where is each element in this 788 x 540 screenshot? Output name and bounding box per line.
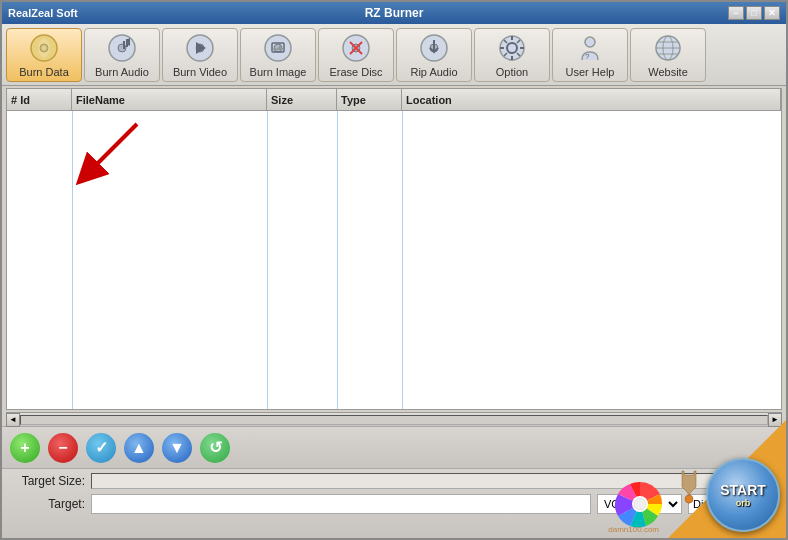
scrollbar-area: ◄ ►	[6, 412, 782, 426]
file-list-body	[7, 111, 781, 409]
rip-audio-icon	[418, 32, 450, 64]
burn-image-label: Burn Image	[250, 66, 307, 78]
start-button[interactable]: START orb	[706, 458, 780, 532]
col-divider-2	[267, 111, 268, 409]
burn-audio-button[interactable]: Burn Audio	[84, 28, 160, 82]
start-label: START	[720, 482, 766, 498]
close-button[interactable]: ✕	[764, 6, 780, 20]
user-help-icon: ?	[574, 32, 606, 64]
file-list-header: # Id FileName Size Type Location	[7, 89, 781, 111]
burn-audio-icon	[106, 32, 138, 64]
start-sub: orb	[736, 498, 751, 508]
svg-text:?: ?	[585, 52, 590, 61]
bottom-area: Target Size: 0.00M/700M Target: VCD(700M…	[2, 468, 786, 538]
app-name: RealZeal Soft	[8, 7, 78, 19]
file-list-area: # Id FileName Size Type Location	[6, 88, 782, 410]
refresh-button[interactable]: ↺	[200, 433, 230, 463]
minimize-button[interactable]: −	[728, 6, 744, 20]
svg-rect-5	[123, 41, 125, 49]
website-icon	[652, 32, 684, 64]
burn-audio-label: Burn Audio	[95, 66, 149, 78]
website-button[interactable]: Website	[630, 28, 706, 82]
rip-audio-label: Rip Audio	[410, 66, 457, 78]
burn-video-icon	[184, 32, 216, 64]
target-size-label: Target Size:	[10, 474, 85, 488]
start-corner: START orb	[668, 420, 786, 538]
scroll-track[interactable]	[20, 415, 768, 425]
svg-point-28	[585, 37, 595, 47]
target-label: Target:	[10, 497, 85, 511]
burn-video-label: Burn Video	[173, 66, 227, 78]
option-label: Option	[496, 66, 528, 78]
window-controls: − □ ✕	[728, 6, 780, 20]
col-type: Type	[337, 89, 402, 110]
col-divider-4	[402, 111, 403, 409]
toolbar: Burn Data Burn Audio	[2, 24, 786, 86]
col-size: Size	[267, 89, 337, 110]
burn-image-button[interactable]: Burn Image	[240, 28, 316, 82]
burn-data-label: Burn Data	[19, 66, 69, 78]
check-button[interactable]: ✓	[86, 433, 116, 463]
burn-data-icon	[28, 32, 60, 64]
website-label: Website	[648, 66, 688, 78]
col-divider-3	[337, 111, 338, 409]
window-title: RZ Burner	[365, 6, 424, 20]
user-help-button[interactable]: ? User Help	[552, 28, 628, 82]
title-bar: RealZeal Soft RZ Burner − □ ✕	[2, 2, 786, 24]
svg-rect-6	[126, 39, 128, 47]
user-help-label: User Help	[566, 66, 615, 78]
move-down-button[interactable]: ▼	[162, 433, 192, 463]
maximize-button[interactable]: □	[746, 6, 762, 20]
target-input[interactable]	[91, 494, 591, 514]
move-up-button[interactable]: ▲	[124, 433, 154, 463]
burn-data-button[interactable]: Burn Data	[6, 28, 82, 82]
erase-disc-icon	[340, 32, 372, 64]
col-location: Location	[402, 89, 781, 110]
burn-video-button[interactable]: Burn Video	[162, 28, 238, 82]
erase-disc-label: Erase Disc	[329, 66, 382, 78]
rip-audio-button[interactable]: Rip Audio	[396, 28, 472, 82]
col-id: # Id	[7, 89, 72, 110]
col-filename: FileName	[72, 89, 267, 110]
svg-point-38	[634, 498, 646, 510]
option-icon	[496, 32, 528, 64]
add-button[interactable]: +	[10, 433, 40, 463]
col-divider-1	[72, 111, 73, 409]
erase-disc-button[interactable]: Erase Disc	[318, 28, 394, 82]
option-button[interactable]: Option	[474, 28, 550, 82]
burn-image-icon	[262, 32, 294, 64]
remove-button[interactable]: −	[48, 433, 78, 463]
watermark: damn100.com	[606, 523, 661, 536]
main-window: RealZeal Soft RZ Burner − □ ✕ Burn Data	[0, 0, 788, 540]
scroll-left-button[interactable]: ◄	[6, 413, 20, 427]
